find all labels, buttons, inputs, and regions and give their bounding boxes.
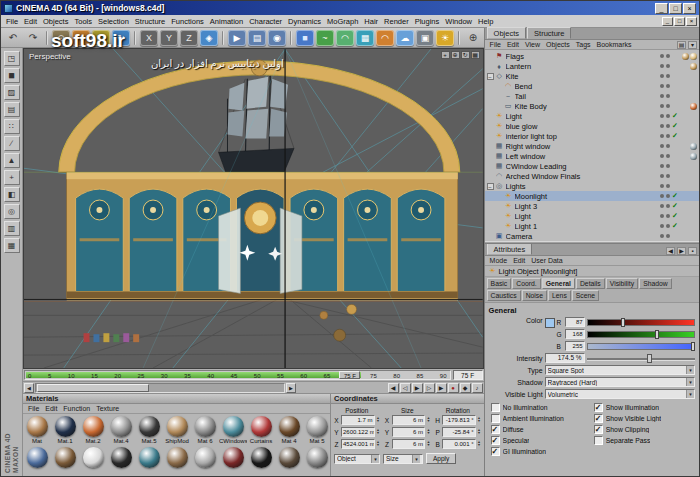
tree-expander-icon[interactable] bbox=[496, 223, 503, 230]
spinner[interactable]: ▲▼ bbox=[376, 441, 381, 448]
visibility-dots[interactable] bbox=[658, 174, 670, 178]
goto-end-icon[interactable]: ▶ bbox=[436, 383, 447, 393]
material-item[interactable] bbox=[247, 445, 275, 468]
slider-handle[interactable] bbox=[621, 318, 625, 327]
tree-expander-icon[interactable] bbox=[487, 53, 494, 60]
visibility-dots[interactable] bbox=[658, 154, 670, 158]
enable-checkbox[interactable]: ✓ bbox=[670, 132, 680, 140]
tree-expander-icon[interactable] bbox=[487, 233, 494, 240]
spinner[interactable]: ▲▼ bbox=[477, 417, 482, 424]
current-frame-marker[interactable]: 75 F bbox=[339, 371, 360, 379]
y-axis-lock-icon[interactable]: Y bbox=[160, 30, 178, 46]
tag-thumbnails[interactable] bbox=[680, 103, 697, 110]
lock-icon[interactable]: ▪ bbox=[688, 247, 697, 255]
attribute-tab[interactable]: Coord. bbox=[512, 278, 540, 289]
visibility-dots[interactable] bbox=[658, 234, 670, 238]
checkbox-icon[interactable] bbox=[491, 425, 500, 434]
menu-item[interactable]: Functions bbox=[168, 17, 207, 26]
color-channel-slider[interactable] bbox=[587, 319, 695, 326]
slider-handle[interactable] bbox=[691, 342, 695, 351]
enable-checkbox[interactable]: ✓ bbox=[670, 112, 680, 120]
attribute-tab[interactable]: Noise bbox=[522, 290, 547, 301]
spinner[interactable]: ▲▼ bbox=[426, 441, 431, 448]
visibility-dots[interactable] bbox=[658, 134, 670, 138]
snap-settings-icon[interactable]: ⊕ bbox=[464, 30, 482, 46]
material-item[interactable] bbox=[51, 445, 79, 468]
make-editable-icon[interactable]: ◳ bbox=[4, 51, 20, 66]
attribute-checkbox[interactable]: No Illumination bbox=[491, 403, 594, 412]
objects-panel-tab[interactable]: Structure bbox=[527, 27, 571, 39]
coordinate-size-dropdown[interactable]: Size▾ bbox=[383, 454, 423, 464]
object-tree-row[interactable]: ☀ Light ✓ bbox=[485, 211, 699, 221]
attribute-checkbox[interactable]: Separate Pass bbox=[594, 436, 697, 445]
material-item[interactable]: Curtains bbox=[247, 414, 275, 445]
tag-thumbnails[interactable] bbox=[680, 63, 697, 70]
size-field[interactable]: 6 m bbox=[392, 427, 426, 437]
tree-expander-icon[interactable] bbox=[487, 123, 494, 130]
visibility-dots[interactable] bbox=[658, 224, 670, 228]
add-light-icon[interactable]: ☀ bbox=[436, 30, 454, 46]
attribute-tab[interactable]: Details bbox=[576, 278, 605, 289]
material-item[interactable] bbox=[303, 445, 331, 468]
menu-item[interactable]: Help bbox=[475, 17, 496, 26]
visibility-dots[interactable] bbox=[658, 94, 670, 98]
tree-expander-icon[interactable] bbox=[496, 83, 503, 90]
attribute-tab[interactable]: Basic bbox=[487, 278, 512, 289]
material-item[interactable]: Mat.4 bbox=[107, 414, 135, 445]
object-tree-row[interactable]: ▦ Left window bbox=[485, 151, 699, 161]
rotation-field[interactable]: -179.813 ° bbox=[442, 415, 476, 425]
position-field[interactable]: 4524.001 m bbox=[341, 439, 375, 449]
attribute-tab[interactable]: Caustics bbox=[487, 290, 521, 301]
objects-panel-tab[interactable]: Objects bbox=[487, 27, 526, 39]
object-tree-row[interactable]: ▣ Camera bbox=[485, 231, 699, 241]
object-tree-row[interactable]: ▦ Right window bbox=[485, 141, 699, 151]
color-channel-field[interactable]: 255 bbox=[565, 341, 585, 351]
objects-menu-item[interactable]: Tags bbox=[573, 41, 594, 48]
material-item[interactable]: Mat 5 bbox=[303, 414, 331, 445]
attributes-menu-item[interactable]: User Data bbox=[528, 257, 566, 264]
object-tree-row[interactable]: ☀ Moonlight ✓ bbox=[485, 191, 699, 201]
tree-expander-icon[interactable] bbox=[487, 173, 494, 180]
object-tree-row[interactable]: ☀ interior light top ✓ bbox=[485, 131, 699, 141]
menu-item[interactable]: Hair bbox=[361, 17, 381, 26]
material-item[interactable] bbox=[219, 445, 247, 468]
add-modeling-icon[interactable]: ▦ bbox=[356, 30, 374, 46]
menu-item[interactable]: File bbox=[3, 17, 21, 26]
color-channel-slider[interactable] bbox=[587, 343, 695, 350]
checkbox-icon[interactable] bbox=[491, 414, 500, 423]
color-swatch[interactable] bbox=[545, 318, 555, 328]
menu-item[interactable]: Objects bbox=[40, 17, 71, 26]
slider-handle[interactable] bbox=[655, 330, 659, 339]
x-axis-lock-icon[interactable]: X bbox=[140, 30, 158, 46]
spinner[interactable]: ▲▼ bbox=[477, 441, 482, 448]
coordinate-system-icon[interactable]: ◈ bbox=[200, 30, 218, 46]
maximize-button[interactable]: □ bbox=[669, 3, 682, 14]
visible-light-dropdown[interactable]: Volumetric▾ bbox=[545, 389, 695, 399]
add-deformer-icon[interactable]: ◠ bbox=[376, 30, 394, 46]
shadow-dropdown[interactable]: Raytraced (Hard)▾ bbox=[545, 377, 695, 387]
rotation-field[interactable]: 0.001 ° bbox=[442, 439, 476, 449]
enable-checkbox[interactable]: ✓ bbox=[670, 122, 680, 130]
object-tree-row[interactable]: ☀ Light 1 ✓ bbox=[485, 221, 699, 231]
enable-checkbox[interactable]: ✓ bbox=[670, 222, 680, 230]
autokey-icon[interactable]: ◆ bbox=[460, 383, 471, 393]
object-tree-row[interactable]: ▦ CWindow Leading bbox=[485, 161, 699, 171]
model-mode-icon[interactable]: ◼ bbox=[4, 68, 20, 83]
add-cube-icon[interactable]: ■ bbox=[296, 30, 314, 46]
spinner[interactable]: ▲▼ bbox=[376, 429, 381, 436]
enable-checkbox[interactable]: ✓ bbox=[670, 202, 680, 210]
object-manager-layout-icon[interactable]: ▤ bbox=[677, 41, 686, 49]
snap-mode-icon[interactable]: ◎ bbox=[4, 204, 20, 219]
spinner[interactable]: ▲▼ bbox=[477, 429, 482, 436]
tree-expander-icon[interactable] bbox=[487, 153, 494, 160]
visibility-dots[interactable] bbox=[658, 104, 670, 108]
checkbox-icon[interactable] bbox=[594, 403, 603, 412]
checkbox-icon[interactable] bbox=[491, 447, 500, 456]
color-channel-field[interactable]: 87 bbox=[565, 317, 585, 327]
material-item[interactable] bbox=[275, 445, 303, 468]
rotation-field[interactable]: -25.84 ° bbox=[442, 427, 476, 437]
attribute-checkbox[interactable]: Show Illumination bbox=[594, 403, 697, 412]
menu-item[interactable]: Edit bbox=[21, 17, 40, 26]
material-item[interactable]: CWindows bbox=[219, 414, 247, 445]
checkbox-icon[interactable] bbox=[594, 425, 603, 434]
